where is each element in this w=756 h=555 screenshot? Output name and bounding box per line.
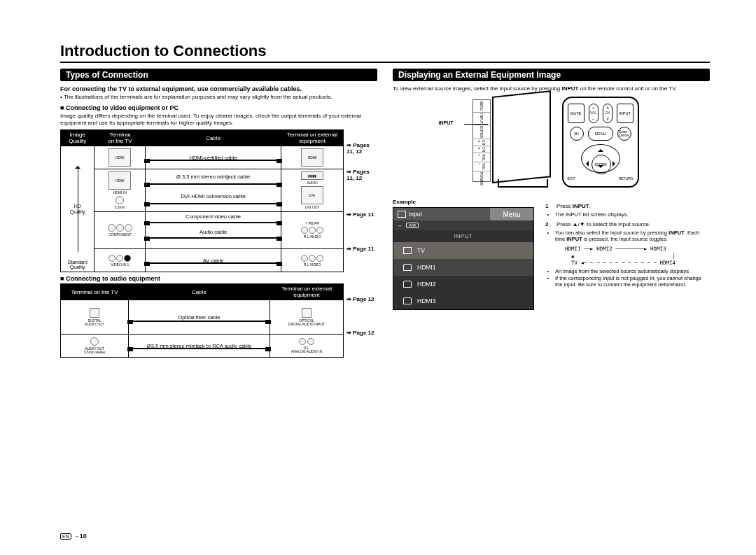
ext-term-component: Y PB PRR L AUDIO bbox=[281, 212, 344, 249]
tv-side-btn: VOL − bbox=[473, 162, 490, 171]
tv-figure: INPUT MENU INPUT ENTER CH ∧ CH ∨ VOL + V… bbox=[464, 97, 548, 188]
cable-av: AV cable bbox=[146, 249, 281, 272]
tv-side-btn: ENTER bbox=[473, 125, 490, 139]
cable-line-icon bbox=[150, 183, 276, 185]
th-terminal-ext: Terminal on external equipment bbox=[270, 284, 343, 300]
step-num-2: 2 bbox=[545, 221, 552, 227]
remote-enter-button: ENTER bbox=[592, 155, 611, 174]
right-column: Displaying an External Equipment Image T… bbox=[393, 69, 710, 358]
input-menu-box: Input Menu ↔AIR INPUT TV HDMI1 HDMI2 HDM… bbox=[393, 207, 534, 310]
cable-component-label: Component video cable bbox=[146, 213, 281, 220]
remote-menu-button: MENU bbox=[588, 127, 613, 141]
note-text: • The illustrations of the terminals are… bbox=[60, 94, 377, 100]
page-ref: Page 12 bbox=[353, 330, 374, 336]
step1-bold: INPUT bbox=[573, 203, 589, 209]
cable-line-icon bbox=[150, 203, 276, 204]
intro-text: For connecting the TV to external equipm… bbox=[60, 85, 377, 92]
cable-dvi-label: DVI-HDMI conversion cable bbox=[146, 193, 281, 199]
step1-suffix: . bbox=[589, 203, 591, 209]
menu-item-tv: TV bbox=[393, 242, 533, 259]
step2-text: Press ▲/▼ to select the input source. bbox=[556, 221, 650, 227]
right-intro-bold: INPUT bbox=[561, 85, 578, 92]
menu-item-label: TV bbox=[417, 247, 425, 254]
dpad-up-icon bbox=[598, 146, 603, 152]
step1-bullet: The INPUT list screen displays. bbox=[555, 211, 710, 218]
ext-term-optical: OPTICALDIGITAL AUDIO INPUT bbox=[270, 300, 343, 335]
th-cable: Cable bbox=[146, 130, 281, 146]
step2-bullet-3: If the corresponding input is not plugge… bbox=[555, 275, 710, 288]
menu-item-label: HDMI1 bbox=[417, 264, 435, 271]
menu-item-hdmi3: HDMI3 bbox=[393, 293, 533, 309]
cable-line-icon bbox=[150, 160, 276, 161]
example-label: Example bbox=[393, 199, 533, 205]
video-connection-table: Image Quality Terminal on the TV Cable T… bbox=[60, 129, 344, 272]
remote-3d-button: 3D bbox=[570, 127, 584, 141]
step1-text: Press bbox=[556, 203, 573, 209]
menu-item-label: HDMI2 bbox=[417, 281, 435, 288]
remote-mute-button: MUTE bbox=[568, 104, 584, 123]
section-bar-display: Displaying an External Equipment Image bbox=[393, 69, 710, 81]
remote-dpad: ENTER bbox=[581, 144, 620, 173]
menu-head-left: Input bbox=[409, 211, 422, 218]
remote-return-label: RETURN bbox=[619, 176, 634, 181]
footer-page-number: 10 bbox=[80, 533, 87, 540]
menu-sub-bar: ↔AIR bbox=[393, 220, 533, 230]
page-title: Introduction to Connections bbox=[60, 42, 710, 60]
ext-term-av: R L VIDEO bbox=[281, 249, 344, 272]
title-rule bbox=[60, 62, 710, 63]
hdmi-icon bbox=[403, 281, 412, 288]
th-terminal-tv: Terminal on the TV bbox=[94, 130, 146, 146]
cable-optical-label: Optical fiber cable bbox=[131, 314, 267, 321]
cable-line-icon bbox=[133, 321, 265, 322]
left-column: Types of Connection For connecting the T… bbox=[60, 69, 377, 358]
cable-component: Component video cable Audio cable bbox=[146, 212, 281, 249]
cable-line-icon bbox=[133, 348, 265, 349]
right-intro-a: To view external source images, select t… bbox=[393, 85, 561, 92]
step-num-1: 1 bbox=[545, 203, 552, 209]
remote-smart-button: Smart Central bbox=[617, 127, 631, 141]
th-terminal-tv: Terminal on the TV bbox=[61, 284, 129, 300]
ext-term-dvi: ▮▮▮▮AUDIODVIDVI OUT bbox=[281, 169, 344, 212]
menu-item-hdmi2: HDMI2 bbox=[393, 276, 533, 293]
tv-term-component: COMPONENT bbox=[94, 212, 146, 249]
cable-optical: Optical fiber cable bbox=[128, 300, 270, 335]
cable-dvi-hdmi: Ø 3.5 mm stereo minijack cable DVI-HDMI … bbox=[146, 169, 281, 212]
tv-side-buttons: MENU INPUT ENTER CH ∧ CH ∨ VOL + VOL − P… bbox=[472, 99, 491, 182]
input-cycle-diagram: HDMI1 ──► HDMI2 ─────────► HDMI3 ▲ │ TV … bbox=[565, 246, 710, 266]
tv-term-hdmi-audio: HDMIHDMI IN3.5mm bbox=[94, 169, 146, 212]
remote-figure: MUTE +VOL− ∧CH∨ INPUT 3D MENU Smart Cent… bbox=[562, 97, 639, 188]
remote-ch-rocker: ∧CH∨ bbox=[603, 104, 612, 123]
cable-hdmi: HDMI-certified cable bbox=[146, 146, 281, 169]
cable-line-icon bbox=[150, 262, 276, 264]
th-quality: Image Quality bbox=[61, 130, 94, 146]
cable-line-icon bbox=[150, 237, 276, 239]
dpad-left-icon bbox=[583, 161, 589, 167]
ext-term-analog: R LANALOG AUDIO IN bbox=[270, 335, 343, 358]
subhead-audio: Connecting to audio equipment bbox=[60, 275, 377, 282]
page-ref: Page 11 bbox=[353, 246, 374, 252]
tv-side-btn: INPUT bbox=[473, 112, 490, 125]
audio-connection-table: Terminal on the TV Cable Terminal on ext… bbox=[60, 283, 344, 358]
th-terminal-ext: Terminal on external equipment bbox=[281, 130, 344, 146]
tv-term-hdmi: HDMI bbox=[94, 146, 146, 169]
quality-bottom-label: Standard Quality bbox=[61, 260, 94, 270]
menu-head-right: Menu bbox=[490, 208, 533, 220]
note-body: The illustrations of the terminals are f… bbox=[64, 94, 332, 100]
tv-term-digital-audio: DIGITALAUDIO OUT bbox=[61, 300, 129, 335]
right-intro-b: on the remote control unit or on the TV. bbox=[578, 85, 677, 92]
subhead-video: Connecting to video equipment or PC bbox=[60, 104, 377, 111]
cable-rca: Ø3.5 mm stereo minijack to RCA audio cab… bbox=[128, 335, 270, 358]
tv-side-btn: POWER bbox=[473, 171, 490, 186]
tv-side-btn: CH ∨ bbox=[473, 146, 490, 153]
right-intro: To view external source images, select t… bbox=[393, 85, 710, 92]
step2-bullet-1: You can also select the input source by … bbox=[555, 230, 710, 242]
tv-stand-icon bbox=[498, 179, 548, 188]
page-ref: Page 12 bbox=[353, 296, 374, 302]
cable-audio-label: Audio cable bbox=[146, 229, 281, 235]
th-cable: Cable bbox=[128, 284, 270, 300]
menu-item-hdmi1: HDMI1 bbox=[393, 259, 533, 276]
remote-exit-label: EXIT bbox=[568, 176, 575, 181]
instruction-steps: 1 Press INPUT. The INPUT list screen dis… bbox=[545, 193, 710, 291]
menu-air-pill: AIR bbox=[406, 223, 419, 228]
input-pointer-label: INPUT bbox=[439, 120, 454, 125]
